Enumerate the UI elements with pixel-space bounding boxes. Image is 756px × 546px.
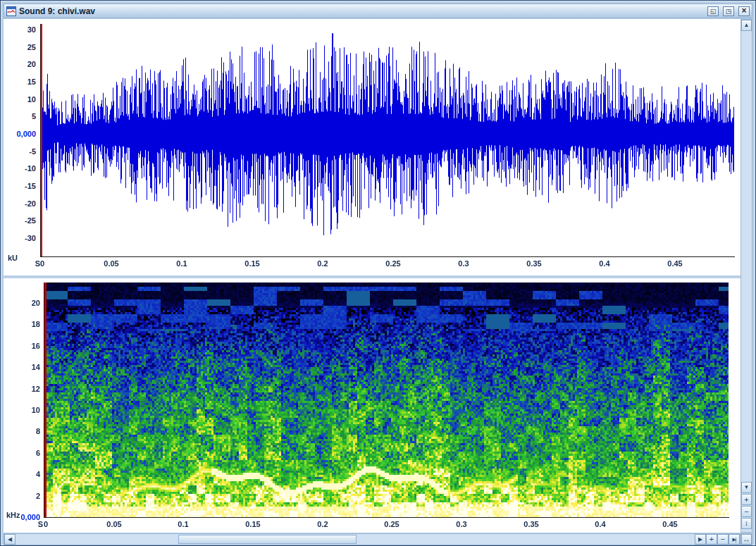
app-icon — [6, 6, 16, 16]
waveform-y-tick-label: 15 — [27, 77, 36, 86]
spectrogram-y-unit-label: kHz — [6, 511, 20, 519]
waveform-x-tick-label: 0.25 — [385, 259, 400, 268]
waveform-x-tick-label: 0.1 — [176, 259, 187, 268]
spectrogram-x-tick-label: 0.1 — [178, 520, 188, 528]
spectrogram-y-tick-label: 16 — [32, 342, 40, 350]
scroll-right-button[interactable]: ▶ — [695, 534, 706, 545]
waveform-x-tick-label: 0.4 — [599, 259, 609, 268]
spectrogram-y-axis — [44, 283, 44, 518]
spectrogram-x-tick-label: 0.45 — [662, 520, 677, 528]
vertical-scrollbar[interactable]: ▲ ▼ + − ↕ — [740, 19, 752, 533]
oscillogram-canvas[interactable] — [41, 24, 734, 256]
spectrogram-y-tick-label: 6 — [36, 449, 40, 457]
spectrogram-x-tick-label: 0.3 — [456, 520, 466, 528]
waveform-x-tick-label: 0.2 — [317, 259, 328, 268]
spectrogram-canvas[interactable] — [44, 283, 729, 517]
scroll-left-button[interactable]: ◀ — [4, 534, 16, 545]
waveform-x-tick-label: 0.05 — [104, 259, 118, 268]
spectrogram-y-tick-label: 12 — [32, 385, 40, 393]
waveform-x-tick-label: 0.45 — [667, 259, 682, 268]
waveform-y-tick-label: 5 — [32, 112, 36, 120]
waveform-y-tick-label: -5 — [29, 147, 36, 156]
spectrogram-y-tick-label: 20 — [32, 299, 40, 307]
waveform-panel: 302520151050,000-5-10-15-20-25-30 00.050… — [4, 19, 740, 275]
horizontal-scrollbar[interactable]: ◀ ▶ + − ▶| — [4, 533, 740, 545]
scroll-down-button[interactable]: ▼ — [741, 482, 752, 493]
zoom-out-horizontal-button[interactable]: − — [717, 534, 729, 545]
waveform-x-tick-label: 0.15 — [244, 259, 259, 268]
scroll-up-button[interactable]: ▲ — [741, 20, 752, 31]
spectrogram-x-unit-label: S — [35, 520, 43, 528]
spectrogram-x-tick-label: 0.35 — [523, 520, 538, 528]
spectrogram-y-tick-label: 18 — [32, 320, 40, 328]
spectrogram-x-tick-label: 0.05 — [106, 520, 121, 528]
jump-to-end-button[interactable]: ▶| — [729, 534, 740, 545]
waveform-y-unit-label: kU — [8, 254, 18, 262]
waveform-y-tick-label: 30 — [27, 25, 36, 34]
spectrogram-x-axis — [44, 517, 729, 518]
horizontal-scrollbar-thumb[interactable] — [178, 535, 357, 544]
spectrogram-x-tick-label: 0.15 — [245, 520, 260, 528]
zoom-out-vertical-button[interactable]: − — [741, 506, 752, 517]
zoom-in-horizontal-button[interactable]: + — [706, 534, 717, 545]
spectrogram-x-tick-label: 0.2 — [317, 520, 328, 528]
waveform-y-tick-label: 0,000 — [16, 130, 36, 138]
waveform-y-tick-label: 10 — [27, 95, 36, 104]
window-title: Sound 9: chivi.wav — [19, 6, 703, 16]
minimize-button[interactable]: ◱ — [707, 6, 719, 16]
spectrogram-y-tick-label: 2 — [36, 492, 40, 500]
spectrogram-y-tick-label: 4 — [36, 470, 40, 478]
waveform-x-tick-label: 0 — [40, 259, 44, 268]
waveform-x-unit-label: S — [32, 259, 40, 268]
sound-window: Sound 9: chivi.wav ◱ ◳ × 302520151050,00… — [0, 0, 756, 546]
spectrogram-y-tick-label: 8 — [36, 427, 40, 435]
fit-horizontal-button[interactable]: ↔ — [741, 534, 752, 545]
spectrogram-x-tick-label: 0.25 — [384, 520, 399, 528]
spectrogram-y-tick-label: 14 — [32, 363, 40, 371]
waveform-y-tick-labels: 302520151050,000-5-10-15-20-25-30 — [4, 19, 38, 275]
waveform-x-tick-label: 0.3 — [458, 259, 469, 268]
waveform-y-tick-label: -20 — [25, 199, 36, 208]
waveform-y-tick-label: -30 — [25, 234, 36, 242]
zoom-in-vertical-button[interactable]: + — [741, 494, 752, 505]
spectrogram-y-tick-labels: 20181614121086420,000 — [4, 278, 42, 533]
spectrogram-x-tick-label: 0 — [44, 520, 48, 528]
waveform-y-axis — [40, 24, 41, 257]
waveform-y-tick-label: -15 — [25, 182, 36, 190]
titlebar[interactable]: Sound 9: chivi.wav ◱ ◳ × — [4, 4, 752, 18]
waveform-x-tick-label: 0.35 — [526, 259, 541, 268]
close-button[interactable]: × — [738, 6, 750, 16]
fit-vertical-button[interactable]: ↕ — [741, 518, 752, 529]
waveform-y-tick-label: -10 — [25, 164, 36, 173]
waveform-y-tick-label: 20 — [27, 60, 36, 68]
scrollbar-corner: ↔ — [740, 533, 752, 545]
spectrogram-x-tick-label: 0.4 — [595, 520, 605, 528]
waveform-y-tick-label: 25 — [27, 43, 36, 51]
spectrogram-y-tick-label: 10 — [32, 406, 40, 414]
waveform-x-axis — [40, 256, 735, 257]
spectrogram-panel: 20181614121086420,000 00.050.10.150.20.2… — [4, 278, 740, 533]
restore-button[interactable]: ◳ — [723, 6, 734, 16]
waveform-y-tick-label: -25 — [25, 216, 36, 225]
